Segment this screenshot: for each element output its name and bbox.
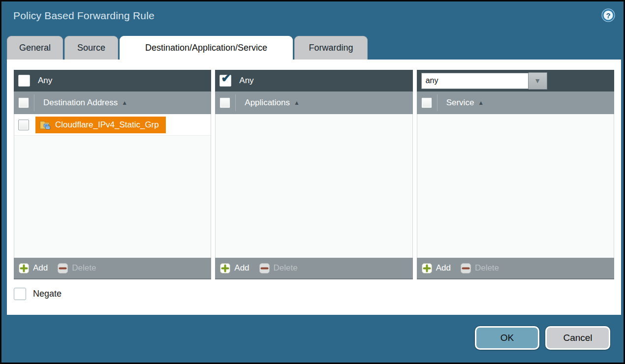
dialog-title: Policy Based Forwarding Rule (13, 10, 155, 22)
applications-delete-button[interactable]: Delete (259, 263, 298, 273)
minus-icon (461, 263, 471, 273)
tab-bar: General Source Destination/Application/S… (7, 36, 368, 60)
applications-any-checkbox[interactable]: ✔ (219, 75, 231, 87)
tab-forwarding[interactable]: Forwarding (294, 36, 368, 60)
service-delete-button[interactable]: Delete (461, 263, 499, 273)
sort-asc-icon[interactable]: ▲ (294, 99, 300, 106)
service-dropdown: ▼ (421, 72, 547, 90)
applications-header-label[interactable]: Applications (245, 98, 290, 108)
negate-option: Negate (14, 288, 62, 300)
destination-delete-button[interactable]: Delete (58, 263, 96, 273)
header-divider (34, 94, 34, 111)
delete-label: Delete (72, 263, 96, 273)
sort-asc-icon[interactable]: ▲ (478, 99, 484, 106)
applications-any-label: Any (239, 76, 253, 86)
destination-address-column: Any Destination Address ▲ (14, 70, 211, 279)
policy-forwarding-dialog: Policy Based Forwarding Rule ? General S… (0, 0, 625, 364)
applications-any-bar: ✔ Any (215, 70, 412, 91)
destination-header-label[interactable]: Destination Address (43, 98, 118, 108)
dialog-action-buttons: OK Cancel (475, 326, 610, 350)
service-dropdown-input[interactable] (421, 73, 529, 89)
tab-source[interactable]: Source (64, 36, 118, 60)
service-add-button[interactable]: Add (422, 263, 451, 273)
add-label: Add (33, 263, 48, 273)
plus-icon (220, 263, 230, 273)
applications-column-header: Applications ▲ (215, 91, 412, 114)
applications-footer: Add Delete (215, 258, 412, 279)
destination-footer: Add Delete (14, 258, 211, 279)
negate-label: Negate (33, 289, 62, 299)
applications-column: ✔ Any Applications ▲ (215, 70, 412, 279)
tab-label: Destination/Application/Service (145, 43, 267, 53)
destination-any-checkbox[interactable] (18, 75, 30, 87)
destination-any-label: Any (38, 76, 52, 86)
check-icon: ✔ (221, 72, 231, 84)
service-dropdown-button[interactable]: ▼ (529, 72, 547, 90)
tab-label: Forwarding (309, 43, 353, 53)
tab-destination-application-service[interactable]: Destination/Application/Service (120, 36, 293, 60)
address-group-icon (39, 120, 51, 130)
help-icon[interactable]: ? (601, 8, 616, 23)
minus-icon (58, 263, 68, 273)
chevron-down-icon: ▼ (534, 77, 541, 85)
minus-icon (259, 263, 270, 273)
service-select-all-checkbox[interactable] (421, 97, 432, 108)
negate-checkbox[interactable] (14, 288, 26, 300)
service-header-label[interactable]: Service (446, 98, 474, 108)
tab-general[interactable]: General (7, 36, 63, 60)
selected-address-group[interactable]: Cloudflare_IPv4_Static_Grp (35, 117, 166, 133)
plus-icon (19, 263, 29, 273)
service-footer: Add Delete (417, 258, 614, 279)
cancel-button[interactable]: Cancel (545, 326, 610, 350)
row-checkbox[interactable] (18, 120, 29, 130)
question-mark-glyph: ? (606, 11, 610, 20)
tab-label: Source (77, 43, 105, 53)
destination-select-all-checkbox[interactable] (18, 97, 29, 108)
delete-label: Delete (475, 263, 499, 273)
header-divider (235, 94, 236, 111)
destination-any-bar: Any (14, 70, 211, 91)
service-column: ▼ Service ▲ (417, 70, 614, 279)
applications-add-button[interactable]: Add (220, 263, 249, 273)
destination-column-header: Destination Address ▲ (14, 91, 211, 114)
applications-list (215, 114, 412, 258)
tab-content-panel: Any Destination Address ▲ (7, 60, 621, 315)
service-any-bar: ▼ (417, 70, 614, 91)
service-column-header: Service ▲ (417, 91, 614, 114)
tab-label: General (19, 43, 51, 53)
address-group-name: Cloudflare_IPv4_Static_Grp (55, 120, 159, 130)
service-list (417, 114, 614, 258)
plus-icon (422, 263, 432, 273)
add-label: Add (436, 263, 451, 273)
destination-add-button[interactable]: Add (19, 263, 48, 273)
delete-label: Delete (274, 263, 298, 273)
list-item[interactable]: Cloudflare_IPv4_Static_Grp (14, 114, 211, 136)
destination-list: Cloudflare_IPv4_Static_Grp (14, 114, 211, 258)
header-divider (437, 94, 438, 111)
ok-button[interactable]: OK (475, 326, 539, 350)
add-label: Add (234, 263, 249, 273)
sort-asc-icon[interactable]: ▲ (122, 99, 127, 106)
applications-select-all-checkbox[interactable] (219, 97, 230, 108)
